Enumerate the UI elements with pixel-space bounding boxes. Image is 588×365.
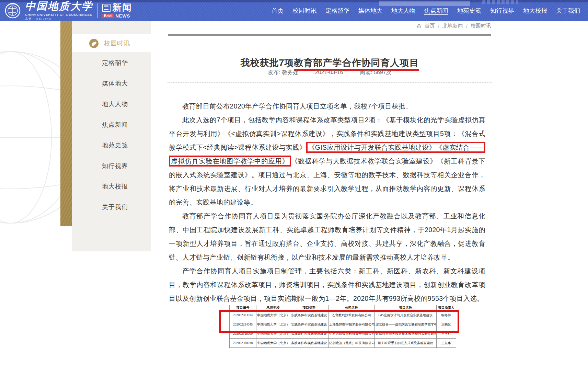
university-seal-icon — [5, 3, 21, 19]
table-cell: 王玉柱 — [437, 329, 456, 339]
nav-item-cugb-people[interactable]: 地大人物 — [387, 7, 420, 15]
table-row: 202002318009 中国地质大学（北京） 实践条件和实践基地建设 中科天玑… — [230, 329, 456, 339]
news-logo-icon — [102, 4, 111, 12]
table-cell: 新工科背景下的嵌入式系统实验室建设 — [375, 339, 437, 348]
paragraph-2: 此次入选的7个项目，包括教学内容和课程体系改革类型项目2项：《基于模块化的光学实… — [169, 113, 485, 209]
table-cell: 亿创宏达（北京）科技有限公司 — [328, 339, 375, 348]
brand-name-sub: 北京 · BEIJING — [25, 18, 93, 20]
table-row: 202002234045 中国地质大学（北京） 实践条件和实践基地建设 上海曼恒… — [230, 320, 456, 329]
sidebar-item-focus-news[interactable]: 焦点新闻 — [72, 114, 151, 135]
dashed-separator — [168, 82, 492, 83]
sidebar-item-media-cugb[interactable]: 媒体地大 — [72, 73, 151, 94]
table-cell: 数据科学与大数据技术教学联合实验室建设 — [375, 329, 437, 339]
brand-text: 中国地质大学 CHINA UNIVERSITY OF GEOSCIENCES 北… — [25, 1, 93, 20]
nav-item-cugb-paper[interactable]: 地大校报 — [519, 7, 552, 15]
breadcrumb-campus-news[interactable]: 校园时讯 — [471, 23, 491, 29]
paragraph-1: 教育部日前公布2020年产学合作协同育人项目立项名单，我校7个项目获批。 — [169, 99, 485, 113]
projects-table: 项目编号 承担学校 项目类型 公司名称 项目名称 项目负责人 202002083… — [229, 305, 456, 348]
nav-item-home[interactable]: 首页 — [267, 7, 288, 15]
header-project-type: 项目类型 — [290, 305, 328, 311]
breadcrumb-separator: / — [466, 23, 468, 29]
publisher-value: 教务处 — [282, 69, 298, 75]
table-cell: 中国地质大学（北京） — [256, 311, 290, 320]
projects-table-wrapper: 项目编号 承担学校 项目类型 公司名称 项目名称 项目负责人 202002083… — [229, 305, 456, 348]
brand-name-zh: 中国地质大学 — [25, 1, 93, 11]
publisher-field: 发布: 教务处 — [268, 69, 298, 75]
table-cell: 明冬萍 — [437, 311, 456, 320]
table-cell: 中科天玑数据科技股份有限公司 — [328, 329, 375, 339]
nav-item-campus-news[interactable]: 校园时讯 — [288, 7, 321, 15]
table-header-row: 项目编号 承担学校 项目类型 公司名称 项目名称 项目负责人 — [230, 305, 456, 311]
views-label: 阅读: — [360, 69, 374, 75]
table-cell: 上海曼恒数字技术股份有限公司 — [328, 320, 375, 329]
table-cell: 苍穹数码技术股份有限公司 — [328, 311, 375, 320]
table-cell: 实践条件和实践基地建设 — [290, 339, 328, 348]
university-brand[interactable]: 中国地质大学 CHINA UNIVERSITY OF GEOSCIENCES 北… — [5, 2, 132, 19]
breadcrumb-separator: / — [438, 23, 439, 29]
publish-date: 2021-03-16 — [315, 69, 343, 75]
table-cell: 虚实结合——虚拟仿真实验在地图学教学中的应用 — [375, 320, 437, 329]
news-logo-zh: 新闻 — [112, 3, 132, 12]
nav-item-media-cugb[interactable]: 媒体地大 — [354, 7, 387, 15]
sidebar-item-about-us[interactable]: 关于我们 — [72, 197, 151, 217]
table-cell: 202002234045 — [230, 320, 256, 329]
paragraph-4: 产学合作协同育人项目实施项目制管理，主要包括六类：新工科、新医科、新农科、新文科… — [169, 264, 485, 305]
header-project-name: 项目名称 — [375, 305, 437, 311]
views-field: 阅读: 5697次 — [360, 69, 391, 75]
table-cell: 王振华 — [437, 339, 456, 348]
table-row: 202002083014 中国地质大学（北京） 实践条件和实践基地建设 苍穹数码… — [230, 311, 456, 320]
brand-name-en: CHINA UNIVERSITY OF GEOSCIENCES — [25, 13, 93, 16]
sidebar: 校园时讯 定格韶华 媒体地大 地大人物 焦点新闻 地苑史笺 知行视界 地大校报 … — [72, 21, 151, 251]
table-cell: 实践条件和实践基地建设 — [290, 311, 328, 320]
sidebar-item-cugb-paper[interactable]: 地大校报 — [72, 176, 151, 197]
sidebar-gold-bar — [60, 21, 72, 226]
table-cell: 王晓延 — [437, 320, 456, 329]
table-cell: 中国地质大学（北京） — [256, 320, 290, 329]
table-cell: 202002083014 — [230, 311, 256, 320]
header-company: 公司名称 — [328, 305, 375, 311]
table-cell: 实践条件和实践基地建设 — [290, 329, 328, 339]
sidebar-active-label: 校园时讯 — [104, 39, 130, 47]
table-cell: 202002318009 — [230, 329, 256, 339]
header-school: 承担学校 — [256, 305, 290, 311]
table-cell: 中国地质大学（北京） — [256, 339, 290, 348]
sidebar-item-campus-news-active[interactable]: 校园时讯 — [72, 34, 151, 52]
header-project-id: 项目编号 — [230, 305, 256, 311]
sidebar-item-diyuan-shijian[interactable]: 地苑史笺 — [72, 135, 151, 156]
table-cell: 202002300038 — [230, 339, 256, 348]
title-prefix: 我校获批7项 — [240, 58, 294, 68]
main-nav: 首页 校园时讯 定格韶华 媒体地大 地大人物 焦点新闻 地苑史笺 知行视界 地大… — [267, 2, 585, 19]
pen-nib-icon — [89, 39, 99, 48]
article-body: 教育部日前公布2020年产学合作协同育人项目立项名单，我校7个项目获批。 此次入… — [169, 99, 485, 305]
views-value: 5697次 — [374, 69, 392, 75]
nav-item-dingge-shaohua[interactable]: 定格韶华 — [321, 7, 354, 15]
news-site-logo[interactable]: 新闻 Beidi NEWS — [102, 3, 132, 18]
nav-item-diyuan-shijian[interactable]: 地苑史笺 — [453, 7, 486, 15]
sidebar-item-dingge-shaohua[interactable]: 定格韶华 — [72, 53, 151, 73]
news-badge: Beidi — [102, 14, 114, 18]
news-logo-en: NEWS — [115, 14, 130, 18]
sidebar-item-cugb-people[interactable]: 地大人物 — [72, 94, 151, 114]
home-icon — [416, 24, 422, 28]
top-navbar: 中国地质大学 CHINA UNIVERSITY OF GEOSCIENCES 北… — [0, 0, 588, 21]
article-meta: 发布: 教务处 2021-03-16 阅读: 5697次 — [168, 69, 491, 76]
table-cell: 中国地质大学（北京） — [256, 329, 290, 339]
publish-label: 发布: — [268, 69, 282, 75]
nav-item-focus-news[interactable]: 焦点新闻 — [420, 7, 453, 15]
page-title: 我校获批7项教育部产学合作协同育人项目 — [168, 57, 491, 69]
content-top-rule — [168, 34, 491, 36]
sidebar-menu: 定格韶华 媒体地大 地大人物 焦点新闻 地苑史笺 知行视界 地大校报 关于我们 — [72, 53, 151, 217]
table-row: 202002300038 中国地质大学（北京） 实践条件和实践基地建设 亿创宏达… — [230, 339, 456, 348]
header-project-leader: 项目负责人 — [437, 305, 456, 311]
table-cell: GIS应用设计与开发联合实践基地建设 — [375, 311, 437, 320]
table-cell: 实践条件和实践基地建设 — [290, 320, 328, 329]
nav-item-about-us[interactable]: 关于我们 — [552, 7, 585, 15]
breadcrumb-home[interactable]: 首页 — [425, 23, 435, 29]
breadcrumb-beidi-news[interactable]: 北地新闻 — [442, 23, 463, 29]
nav-item-zhixing-shijie[interactable]: 知行视界 — [486, 7, 519, 15]
sidebar-item-zhixing-shijie[interactable]: 知行视界 — [72, 156, 151, 176]
brand-divider — [97, 3, 98, 18]
paragraph-3: 教育部产学合作协同育人项目是为贯彻落实国务院办公厅深化产教融合以及教育部、工业和… — [169, 209, 485, 264]
breadcrumb: 首页 / 北地新闻 / 校园时讯 — [168, 23, 491, 29]
